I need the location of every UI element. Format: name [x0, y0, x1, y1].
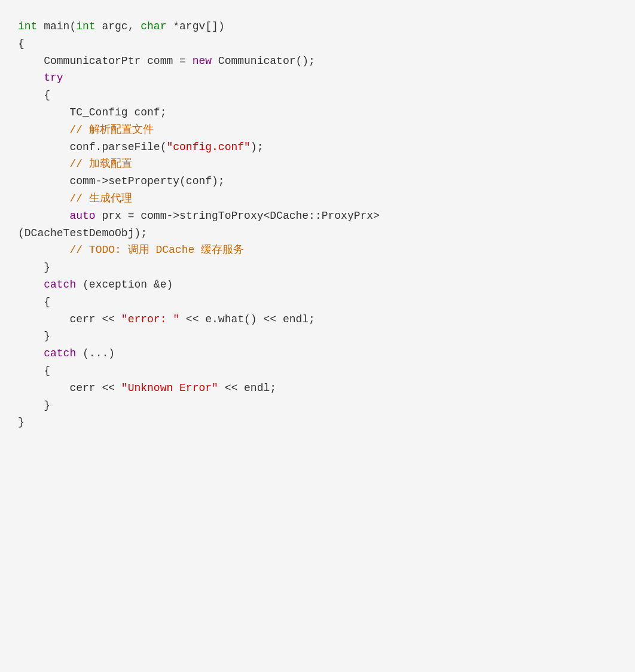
token-plain	[18, 193, 69, 204]
token-comment: // 生成代理	[69, 193, 132, 204]
token-plain	[18, 279, 44, 291]
code-line-7: // 解析配置文件	[18, 121, 617, 139]
token-plain: Communicator();	[212, 55, 315, 67]
code-line-1: int main(int argc, char *argv[])	[18, 18, 617, 35]
token-plain	[18, 210, 69, 222]
code-line-9: // 加载配置	[18, 155, 617, 173]
token-plain: cerr <<	[18, 382, 121, 394]
code-line-3: CommunicatorPtr comm = new Communicator(…	[18, 53, 617, 70]
code-line-6: TC_Config conf;	[18, 104, 617, 121]
token-kw-ctrl: new	[193, 55, 212, 67]
code-line-17: catch (exception &e)	[18, 276, 617, 294]
code-line-10: comm->setProperty(conf);	[18, 173, 617, 190]
token-plain: TC_Config conf;	[18, 106, 166, 118]
token-string: "error: "	[121, 313, 179, 325]
code-line-24: }	[18, 397, 617, 414]
token-plain: );	[251, 141, 264, 153]
token-plain: {	[18, 365, 50, 377]
token-kw-type: int	[76, 20, 95, 32]
token-string: "config.conf"	[166, 141, 250, 153]
token-plain	[18, 158, 69, 170]
token-plain: }	[18, 330, 50, 342]
token-plain: {	[18, 89, 50, 101]
token-plain: main(	[37, 20, 76, 32]
token-plain: conf.parseFile(	[18, 141, 166, 153]
token-plain: *argv[])	[166, 20, 224, 32]
code-line-2: {	[18, 35, 617, 53]
token-string: "Unknown Error"	[121, 382, 218, 394]
token-plain: << e.what() << endl;	[179, 313, 315, 325]
code-line-25: }	[18, 414, 617, 431]
code-line-4: try	[18, 69, 617, 87]
token-plain: {	[18, 38, 25, 50]
code-line-8: conf.parseFile("config.conf");	[18, 139, 617, 156]
token-plain: argc,	[96, 20, 141, 32]
code-line-22: {	[18, 362, 617, 380]
token-kw-type: int	[18, 20, 37, 32]
token-plain	[18, 347, 44, 359]
token-comment: // TODO: 调用 DCache 缓存服务	[69, 244, 244, 256]
token-plain	[18, 244, 69, 256]
code-line-18: {	[18, 294, 617, 311]
code-line-23: cerr << "Unknown Error" << endl;	[18, 380, 617, 397]
token-plain: }	[18, 416, 25, 428]
code-line-11: // 生成代理	[18, 190, 617, 207]
code-line-13: (DCacheTestDemoObj);	[18, 225, 617, 242]
token-kw-auto: auto	[69, 210, 95, 222]
token-plain: {	[18, 296, 50, 308]
code-line-16: }	[18, 259, 617, 276]
token-plain: }	[18, 261, 50, 273]
code-block: int main(int argc, char *argv[]){ Commun…	[18, 12, 617, 437]
token-plain: comm->setProperty(conf);	[18, 175, 225, 187]
token-kw-ctrl: try	[44, 72, 63, 84]
token-comment: // 解析配置文件	[69, 124, 153, 136]
code-line-15: // TODO: 调用 DCache 缓存服务	[18, 242, 617, 259]
token-kw-ctrl: catch	[44, 279, 76, 291]
token-plain	[18, 72, 44, 84]
code-line-20: }	[18, 328, 617, 345]
code-line-19: cerr << "error: " << e.what() << endl;	[18, 311, 617, 328]
token-plain: prx = comm->stringToProxy<DCache::ProxyP…	[96, 210, 380, 222]
token-plain: << endl;	[218, 382, 276, 394]
token-plain: }	[18, 399, 50, 411]
code-line-5: {	[18, 87, 617, 104]
code-line-21: catch (...)	[18, 345, 617, 362]
token-plain: (...)	[76, 347, 115, 359]
token-comment: // 加载配置	[69, 158, 132, 170]
code-line-12: auto prx = comm->stringToProxy<DCache::P…	[18, 207, 617, 225]
token-plain: (DCacheTestDemoObj);	[18, 227, 147, 239]
token-kw-type: char	[141, 20, 166, 32]
token-plain: (exception &e)	[76, 279, 173, 291]
token-plain: CommunicatorPtr comm =	[18, 55, 193, 67]
token-plain	[18, 124, 69, 136]
token-kw-ctrl: catch	[44, 347, 76, 359]
token-plain: cerr <<	[18, 313, 121, 325]
